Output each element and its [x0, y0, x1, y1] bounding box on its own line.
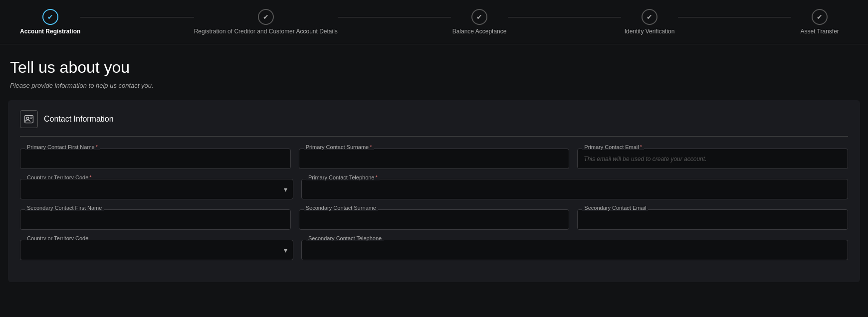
- secondary-first-name-input[interactable]: [20, 209, 291, 230]
- step-connector-4: [678, 17, 791, 17]
- primary-telephone-group: Primary Contact Telephone*: [301, 179, 848, 199]
- svg-point-1: [26, 117, 29, 120]
- step-label-asset-transfer: Asset Transfer: [800, 28, 839, 35]
- checkmark-icon: ✔: [47, 13, 53, 21]
- contact-icon: [20, 110, 38, 128]
- secondary-surname-label: Secondary Contact Surname: [304, 205, 378, 211]
- primary-first-name-input[interactable]: [20, 149, 291, 169]
- secondary-email-input[interactable]: [577, 209, 848, 230]
- step-circle-account-registration: ✔: [42, 9, 58, 25]
- primary-first-name-group: Primary Contact First Name*: [20, 149, 291, 169]
- secondary-telephone-label: Secondary Contact Telephone: [306, 235, 384, 241]
- primary-surname-group: Primary Contact Surname*: [299, 149, 570, 169]
- step-label-registration-creditor: Registration of Creditor and Customer Ac…: [194, 28, 338, 35]
- step-circle-balance-acceptance: ✔: [471, 9, 487, 25]
- secondary-telephone-group: Secondary Contact Telephone: [301, 240, 848, 260]
- secondary-surname-group: Secondary Contact Surname: [299, 209, 570, 230]
- section-header: Contact Information: [20, 110, 848, 128]
- step-identity-verification: ✔ Identity Verification: [621, 9, 678, 35]
- stepper: ✔ Account Registration ✔ Registration of…: [0, 0, 868, 44]
- step-label-identity-verification: Identity Verification: [625, 28, 675, 35]
- secondary-email-label: Secondary Contact Email: [582, 205, 648, 211]
- step-account-registration: ✔ Account Registration: [20, 9, 80, 35]
- form-row-4: Country or Territory Code Secondary Cont…: [20, 240, 848, 260]
- primary-surname-input[interactable]: [299, 149, 570, 169]
- secondary-country-code-select[interactable]: [20, 240, 293, 260]
- form-row-3: Secondary Contact First Name Secondary C…: [20, 209, 848, 230]
- page-heading: Tell us about you Please provide informa…: [0, 44, 868, 93]
- step-connector-2: [338, 17, 451, 17]
- secondary-telephone-input[interactable]: [301, 240, 848, 260]
- step-connector-1: [80, 17, 194, 17]
- secondary-surname-input[interactable]: [299, 209, 570, 230]
- step-connector-3: [508, 17, 621, 17]
- checkmark-icon-2: ✔: [263, 13, 269, 21]
- section-divider: [20, 136, 848, 137]
- secondary-first-name-group: Secondary Contact First Name: [20, 209, 291, 230]
- secondary-country-code-group: Country or Territory Code: [20, 240, 293, 260]
- primary-first-name-label: Primary Contact First Name*: [25, 144, 100, 150]
- country-code-select[interactable]: [20, 179, 293, 199]
- primary-email-group: Primary Contact Email*: [577, 149, 848, 169]
- form-row-2: Country or Territory Code* Primary Conta…: [20, 179, 848, 199]
- contact-information-card: Contact Information Primary Contact Firs…: [8, 100, 860, 282]
- step-asset-transfer: ✔ Asset Transfer: [791, 9, 848, 35]
- secondary-country-code-select-wrapper: [20, 240, 293, 260]
- primary-email-input[interactable]: [577, 149, 848, 169]
- step-label-account-registration: Account Registration: [20, 28, 80, 35]
- page-title: Tell us about you: [10, 58, 858, 77]
- step-balance-acceptance: ✔ Balance Acceptance: [451, 9, 508, 35]
- checkmark-icon-3: ✔: [476, 13, 482, 21]
- page-subheading: Please provide information to help us co…: [10, 82, 858, 89]
- primary-email-label: Primary Contact Email*: [582, 144, 644, 150]
- form-row-1: Primary Contact First Name* Primary Cont…: [20, 149, 848, 169]
- step-circle-identity-verification: ✔: [642, 9, 657, 25]
- primary-telephone-label: Primary Contact Telephone*: [306, 174, 380, 180]
- country-code-select-wrapper: [20, 179, 293, 199]
- step-registration-creditor: ✔ Registration of Creditor and Customer …: [194, 9, 338, 35]
- checkmark-icon-5: ✔: [817, 13, 823, 21]
- step-label-balance-acceptance: Balance Acceptance: [452, 28, 507, 35]
- section-title: Contact Information: [44, 115, 114, 124]
- secondary-email-group: Secondary Contact Email: [577, 209, 848, 230]
- secondary-first-name-label: Secondary Contact First Name: [25, 205, 104, 211]
- primary-surname-label: Primary Contact Surname*: [304, 144, 374, 150]
- step-circle-asset-transfer: ✔: [812, 9, 828, 25]
- country-code-group: Country or Territory Code*: [20, 179, 293, 199]
- step-circle-registration-creditor: ✔: [258, 9, 274, 25]
- primary-telephone-input[interactable]: [301, 179, 848, 199]
- checkmark-icon-4: ✔: [647, 13, 652, 21]
